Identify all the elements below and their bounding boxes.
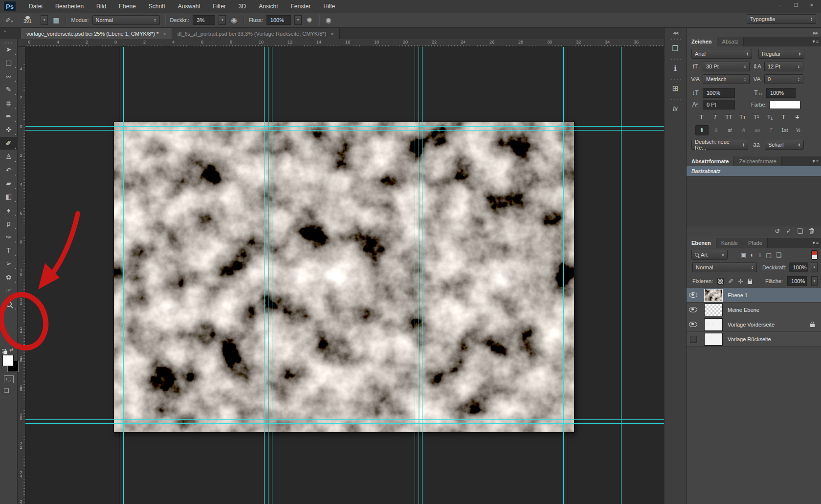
clone-stamp-tool[interactable]: ♙ [0, 150, 17, 163]
tablet-pressure-size-icon[interactable]: ◉ [324, 16, 333, 24]
opentype-button-5[interactable]: T [765, 126, 777, 135]
menu-item-bearbeiten[interactable]: Bearbeiten [49, 3, 90, 10]
toolbar-collapse-chevron[interactable]: » [3, 29, 5, 34]
foreground-color-swatch[interactable] [2, 355, 14, 366]
language-dropdown[interactable]: Deutsch: neue Re...▲▼ [691, 140, 748, 150]
vertical-ruler[interactable]: 42024681 01 21 41 61 82 02 22 42 6 [18, 47, 25, 504]
opacity-caret[interactable]: ▼ [219, 15, 226, 25]
visibility-toggle[interactable] [687, 303, 700, 317]
layer-row-vorlage-rueckseite[interactable]: Vorlage Rückseite [687, 332, 821, 347]
layer-name[interactable]: Meine Ebene [728, 307, 759, 313]
character-styles-panel-icon[interactable]: ⊞ [667, 82, 684, 95]
lasso-tool[interactable]: ∾ [0, 70, 17, 83]
tab-absatz[interactable]: Absatz [717, 37, 744, 46]
filter-shape-layers-icon[interactable]: ▢ [766, 251, 772, 259]
filter-adjustment-layers-icon[interactable]: ◐ [750, 251, 754, 259]
menu-item-3d[interactable]: 3D [232, 3, 252, 10]
clone-source-panel-icon[interactable]: ❒ [667, 42, 684, 55]
brush-size-caret[interactable]: ▼ [41, 15, 48, 25]
font-family-dropdown[interactable]: Arial▲▼ [691, 49, 752, 59]
tab-kanaele[interactable]: Kanäle [716, 238, 743, 248]
format-button-6[interactable]: T [777, 112, 790, 122]
eyedropper-tool[interactable]: ✒ [0, 110, 17, 123]
layer-thumbnail[interactable] [704, 318, 723, 331]
blur-tool[interactable]: ♦ [0, 204, 17, 217]
layer-name[interactable]: Ebene 1 [728, 292, 748, 298]
tab-zeichen[interactable]: Zeichen [687, 37, 717, 46]
gradient-tool[interactable]: ◧ [0, 190, 17, 203]
hand-tool[interactable]: ☞ [0, 284, 17, 297]
format-button-3[interactable]: Tᴛ [736, 112, 749, 122]
filter-type-layers-icon[interactable]: T [758, 251, 762, 259]
horizontal-ruler[interactable]: 642024681012141618202224262830323436 [27, 39, 664, 47]
layer-thumbnail[interactable] [704, 304, 723, 316]
opentype-button-2[interactable]: st [724, 126, 736, 135]
layer-filter-toggle[interactable] [811, 250, 818, 260]
screen-mode-button[interactable]: ❏ [4, 387, 9, 394]
text-color-swatch[interactable] [769, 101, 800, 109]
menu-item-auswahl[interactable]: Auswahl [172, 3, 206, 10]
layer-opacity-field[interactable]: 100% [789, 263, 808, 272]
horizontal-scale-field[interactable]: 100% [766, 88, 796, 98]
format-button-5[interactable]: T₁ [764, 112, 776, 122]
effects-panel-icon[interactable]: fx [667, 102, 684, 115]
quick-mask-button[interactable] [4, 375, 14, 383]
panel-menu-icon[interactable]: ▼≡ [812, 37, 821, 46]
path-selection-tool[interactable]: ➢ [0, 257, 17, 270]
lock-all-icon[interactable] [748, 281, 752, 284]
layer-thumbnail[interactable] [704, 333, 723, 346]
panel-menu-icon[interactable]: ▼≡ [812, 238, 821, 248]
menu-item-ansicht[interactable]: Ansicht [252, 3, 284, 10]
menu-item-fenster[interactable]: Fenster [285, 3, 317, 10]
menu-item-ebene[interactable]: Ebene [112, 3, 142, 10]
brush-tool[interactable]: ✐ [0, 137, 17, 150]
format-button-2[interactable]: TT [723, 112, 735, 122]
kerning-dropdown[interactable]: Metrisch▲▼ [703, 74, 750, 84]
swap-colors-icon[interactable]: ⇄ [9, 347, 13, 352]
tracking-dropdown[interactable]: 0▲▼ [764, 74, 803, 84]
delete-style-icon[interactable] [809, 228, 815, 234]
opentype-button-1[interactable]: & [710, 126, 722, 135]
panel-menu-icon[interactable]: ▼≡ [812, 156, 821, 166]
menu-item-schrift[interactable]: Schrift [142, 3, 172, 10]
dodge-tool[interactable]: ρ [0, 217, 17, 230]
lock-position-icon[interactable]: ✛ [738, 278, 743, 285]
blend-mode-dropdown[interactable]: Normal ▲▼ [92, 15, 160, 25]
layer-filter-dropdown[interactable]: Art ▲▼ [691, 250, 728, 260]
crop-tool[interactable]: ⋕ [0, 97, 17, 110]
zoom-tool[interactable] [0, 298, 17, 310]
tablet-pressure-opacity-icon[interactable]: ◉ [229, 16, 238, 24]
layer-opacity-caret[interactable]: ▼ [811, 263, 818, 272]
tab-close-icon[interactable]: × [163, 31, 166, 37]
info-panel-icon[interactable]: ℹ [667, 62, 684, 75]
filter-smart-objects-icon[interactable]: ❏ [776, 251, 781, 259]
reset-style-icon[interactable]: ↺ [775, 227, 780, 235]
dock-collapse-chevron[interactable]: ◀◀ [665, 28, 686, 35]
anti-alias-dropdown[interactable]: Scharf▲▼ [765, 140, 804, 150]
custom-shape-tool[interactable]: ✿ [0, 271, 17, 284]
layer-name[interactable]: Vorlage Vorderseite [728, 322, 775, 328]
vertical-scale-field[interactable]: 100% [703, 88, 735, 98]
paragraph-style-item[interactable]: Basisabsatz [687, 166, 821, 176]
filter-pixel-layers-icon[interactable]: ▣ [740, 251, 746, 259]
brush-panel-toggle-icon[interactable]: ▦ [51, 16, 61, 24]
menu-item-hilfe[interactable]: Hilfe [317, 3, 341, 10]
opentype-button-4[interactable]: aa [751, 126, 763, 135]
font-size-dropdown[interactable]: 30 Pt▲▼ [703, 62, 750, 71]
visibility-toggle[interactable] [687, 288, 700, 302]
layer-fill-field[interactable]: 100% [787, 276, 807, 286]
visibility-toggle[interactable] [687, 317, 700, 331]
flow-value[interactable]: 100% [266, 15, 291, 25]
lock-transparency-icon[interactable] [717, 278, 724, 285]
font-style-dropdown[interactable]: Regular▲▼ [758, 49, 804, 59]
brush-size-box[interactable]: 391 [18, 14, 37, 26]
panels-expand-chevron[interactable]: ▶▶ [813, 31, 818, 35]
opentype-button-6[interactable]: 1st [778, 126, 791, 135]
format-button-4[interactable]: T¹ [750, 112, 762, 122]
quick-selection-tool[interactable]: ✎ [0, 83, 17, 96]
format-button-0[interactable]: T [695, 112, 708, 122]
leading-dropdown[interactable]: 12 Pt▲▼ [764, 62, 803, 71]
document-tab-inactive[interactable]: dl_6s_zf_portrait.psd bei 33,3% (Vorlage… [172, 28, 340, 39]
opentype-button-7[interactable]: ½ [792, 126, 804, 135]
tab-absatzformate[interactable]: Absatzformate [687, 156, 734, 166]
